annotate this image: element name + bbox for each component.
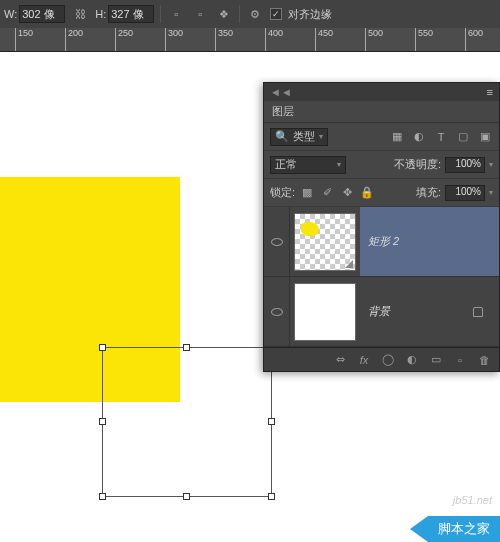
chevron-down-icon: ▾ [319,132,323,141]
transform-handle-sw[interactable] [99,493,106,500]
blend-mode-select[interactable]: 正常 ▾ [270,156,346,174]
mask-icon[interactable]: ◯ [381,353,395,367]
options-toolbar: W: ⛓ H: ▫ ▫ ❖ ⚙ ✓ 对齐边缘 [0,0,500,28]
layer-row[interactable]: 矩形 2 [264,207,499,277]
layer-thumbnail[interactable] [294,213,356,271]
height-input[interactable] [108,5,154,23]
link-icon[interactable]: ⛓ [71,5,89,23]
ruler-tick: 350 [215,28,233,52]
ruler-tick: 550 [415,28,433,52]
chevron-down-icon[interactable]: ▾ [489,160,493,169]
trash-icon[interactable]: 🗑 [477,353,491,367]
watermark-text: jb51.net [453,494,492,506]
opacity-label: 不透明度: [394,157,441,172]
visibility-toggle[interactable] [264,207,290,276]
transform-handle-se[interactable] [268,493,275,500]
lock-all-icon[interactable]: 🔒 [359,186,375,200]
layer-row[interactable]: 背景 [264,277,499,347]
separator [239,5,240,23]
panel-footer: ⇔ fx ◯ ◐ ▭ ▫ 🗑 [264,347,499,371]
width-label: W: [4,8,17,20]
horizontal-ruler: 150 200 250 300 350 400 450 500 550 600 [0,28,500,52]
filter-pixel-icon[interactable]: ▦ [389,130,405,144]
banner-arrow-icon [410,516,428,542]
height-field: H: [95,5,154,23]
ruler-tick: 450 [315,28,333,52]
layers-panel: ◄◄ ≡ 图层 🔍 类型 ▾ ▦ ◐ T ▢ ▣ 正常 ▾ 不透明度: 100%… [263,82,500,372]
thumbnail-content [301,222,319,236]
width-input[interactable] [19,5,65,23]
align-icon-2[interactable]: ▫ [191,5,209,23]
filter-adjust-icon[interactable]: ◐ [411,130,427,144]
panel-header[interactable]: ◄◄ ≡ [264,83,499,101]
width-field: W: [4,5,65,23]
ruler-tick: 250 [115,28,133,52]
lock-position-icon[interactable]: ✥ [339,186,355,200]
layer-thumbnail[interactable] [294,283,356,341]
height-label: H: [95,8,106,20]
ruler-tick: 400 [265,28,283,52]
banner-text: 脚本之家 [428,516,500,542]
lock-label: 锁定: [270,185,295,200]
ruler-tick: 300 [165,28,183,52]
ruler-tick: 200 [65,28,83,52]
lock-pixels-icon[interactable]: ✐ [319,186,335,200]
layer-name[interactable]: 矩形 2 [360,207,499,276]
layer-name[interactable]: 背景 [360,277,499,346]
blend-opacity-row: 正常 ▾ 不透明度: 100% ▾ [264,151,499,179]
fill-label: 填充: [416,185,441,200]
new-layer-icon[interactable]: ▫ [453,353,467,367]
transform-selection[interactable] [102,347,272,497]
chevron-down-icon[interactable]: ▾ [489,188,493,197]
fill-input[interactable]: 100% [445,185,485,201]
link-layers-icon[interactable]: ⇔ [333,353,347,367]
transform-handle-s[interactable] [183,493,190,500]
adjustment-icon[interactable]: ◐ [405,353,419,367]
group-icon[interactable]: ▭ [429,353,443,367]
layers-list: 矩形 2 背景 [264,207,499,347]
filter-shape-icon[interactable]: ▢ [455,130,471,144]
transform-handle-w[interactable] [99,418,106,425]
filter-icons: ▦ ◐ T ▢ ▣ [389,130,493,144]
filter-type-select[interactable]: 🔍 类型 ▾ [270,128,328,146]
filter-smart-icon[interactable]: ▣ [477,130,493,144]
lock-fill-row: 锁定: ▩ ✐ ✥ 🔒 填充: 100% ▾ [264,179,499,207]
stack-icon[interactable]: ❖ [215,5,233,23]
visibility-toggle[interactable] [264,277,290,346]
ruler-tick: 600 [465,28,483,52]
ruler-tick: 150 [15,28,33,52]
opacity-input[interactable]: 100% [445,157,485,173]
transform-handle-n[interactable] [183,344,190,351]
ruler-tick: 500 [365,28,383,52]
panel-title: 图层 [272,104,294,119]
separator [160,5,161,23]
panel-menu-icon[interactable]: ≡ [487,86,493,98]
gear-icon[interactable]: ⚙ [246,5,264,23]
transform-handle-nw[interactable] [99,344,106,351]
panel-tab-layers[interactable]: 图层 [264,101,499,123]
eye-icon [271,238,283,246]
transform-handle-e[interactable] [268,418,275,425]
collapse-arrows-icon[interactable]: ◄◄ [270,86,292,98]
layer-name-text: 背景 [368,304,390,319]
align-edges-checkbox[interactable]: ✓ [270,8,282,20]
shape-badge-icon [345,260,353,268]
fx-icon[interactable]: fx [357,353,371,367]
site-banner: 脚本之家 [410,516,500,542]
filter-type-icon[interactable]: T [433,130,449,144]
align-edges-label: 对齐边缘 [288,7,332,22]
align-icon-1[interactable]: ▫ [167,5,185,23]
chevron-down-icon: ▾ [337,160,341,169]
filter-label: 类型 [293,129,315,144]
search-icon: 🔍 [275,130,289,143]
lock-transparency-icon[interactable]: ▩ [299,186,315,200]
lock-icon [473,307,483,317]
eye-icon [271,308,283,316]
filter-row: 🔍 类型 ▾ ▦ ◐ T ▢ ▣ [264,123,499,151]
blend-mode-value: 正常 [275,157,297,172]
